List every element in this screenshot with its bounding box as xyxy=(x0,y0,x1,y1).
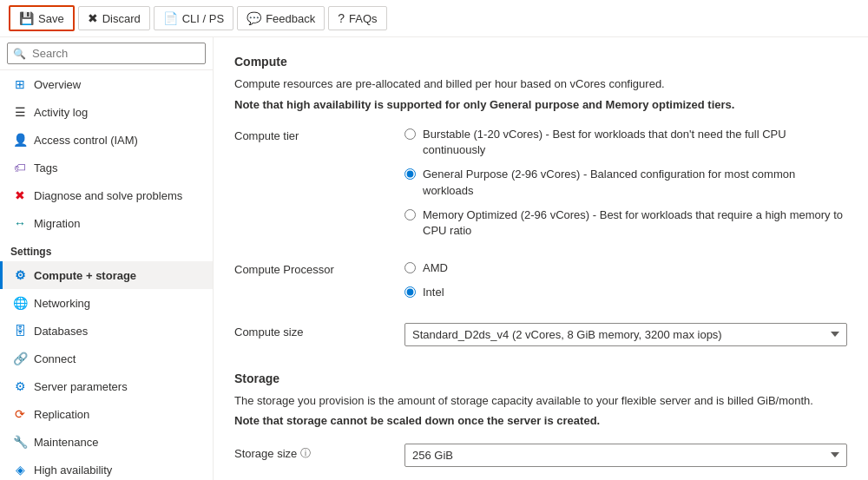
processor-radio-group: AMD Intel xyxy=(404,260,847,300)
compute-desc2: Note that high availability is supported… xyxy=(234,96,847,114)
compute-size-select[interactable]: Standard_D2ds_v4 (2 vCores, 8 GiB memory… xyxy=(404,323,847,346)
storage-size-info-icon[interactable]: ⓘ xyxy=(300,446,311,461)
storage-size-label: Storage size ⓘ xyxy=(234,444,391,461)
high-availability-icon: ◈ xyxy=(13,463,27,477)
cli-ps-label: CLI / PS xyxy=(182,12,224,25)
save-icon: 💾 xyxy=(19,11,34,25)
tier-burstable-label: Burstable (1-20 vCores) - Best for workl… xyxy=(423,127,847,158)
compute-processor-row: Compute Processor AMD Intel xyxy=(234,250,847,312)
main-layout: 🔍 ⊞ Overview ☰ Activity log 👤 Access con… xyxy=(0,37,868,480)
storage-desc1: The storage you provision is the amount … xyxy=(234,392,847,410)
sidebar-item-label: Compute + storage xyxy=(34,269,136,282)
compute-size-control: Standard_D2ds_v4 (2 vCores, 8 GiB memory… xyxy=(404,323,847,346)
tier-burstable-option: Burstable (1-20 vCores) - Best for workl… xyxy=(404,127,847,158)
processor-intel-radio[interactable] xyxy=(404,286,416,298)
sidebar-item-server-parameters[interactable]: ⚙ Server parameters xyxy=(0,372,213,400)
sidebar-item-high-availability[interactable]: ◈ High availability xyxy=(0,456,213,480)
processor-intel-option: Intel xyxy=(404,285,847,300)
processor-amd-label: AMD xyxy=(423,260,448,276)
storage-section: Storage The storage you provision is the… xyxy=(234,372,847,481)
sidebar-item-maintenance[interactable]: 🔧 Maintenance xyxy=(0,428,213,456)
iam-icon: 👤 xyxy=(13,133,27,147)
sidebar-item-diagnose[interactable]: ✖ Diagnose and solve problems xyxy=(0,181,213,209)
sidebar-item-tags[interactable]: 🏷 Tags xyxy=(0,154,213,181)
sidebar-item-connect[interactable]: 🔗 Connect xyxy=(0,345,213,372)
sidebar-item-replication[interactable]: ⟳ Replication xyxy=(0,400,213,428)
sidebar-item-overview[interactable]: ⊞ Overview xyxy=(0,70,213,98)
content-area: Compute Compute resources are pre-alloca… xyxy=(214,37,868,480)
sidebar-item-label: Overview xyxy=(34,78,81,91)
feedback-icon: 💬 xyxy=(247,11,261,25)
sidebar-item-compute-storage[interactable]: ⚙ Compute + storage xyxy=(0,261,213,289)
tier-memory-radio[interactable] xyxy=(404,209,416,220)
sidebar-item-label: Server parameters xyxy=(34,380,128,393)
tier-general-label: General Purpose (2-96 vCores) - Balanced… xyxy=(423,167,847,198)
server-params-icon: ⚙ xyxy=(13,379,27,393)
feedback-label: Feedback xyxy=(266,12,315,25)
discard-button[interactable]: ✖ Discard xyxy=(78,6,150,30)
faqs-icon: ? xyxy=(338,11,345,25)
tier-general-radio[interactable] xyxy=(404,168,416,180)
compute-tier-radio-group: Burstable (1-20 vCores) - Best for workl… xyxy=(404,127,847,239)
search-icon: 🔍 xyxy=(13,48,26,60)
sidebar: 🔍 ⊞ Overview ☰ Activity log 👤 Access con… xyxy=(0,37,214,480)
compute-section-title: Compute xyxy=(234,55,847,69)
storage-desc2: Note that storage cannot be scaled down … xyxy=(234,412,847,430)
tier-general-option: General Purpose (2-96 vCores) - Balanced… xyxy=(404,167,847,198)
migration-icon: ↔ xyxy=(13,216,27,230)
sidebar-item-networking[interactable]: 🌐 Networking xyxy=(0,289,213,317)
replication-icon: ⟳ xyxy=(13,407,27,421)
compute-tier-control: Burstable (1-20 vCores) - Best for workl… xyxy=(404,127,847,239)
activity-log-icon: ☰ xyxy=(13,105,27,119)
sidebar-item-label: Networking xyxy=(34,297,90,310)
compute-tier-label: Compute tier xyxy=(234,127,391,142)
tier-memory-label: Memory Optimized (2-96 vCores) - Best fo… xyxy=(423,207,847,239)
cli-icon: 📄 xyxy=(163,11,178,25)
connect-icon: 🔗 xyxy=(13,352,27,365)
compute-desc1: Compute resources are pre-allocated and … xyxy=(234,76,847,93)
faqs-label: FAQs xyxy=(349,12,378,25)
save-label: Save xyxy=(38,12,64,25)
sidebar-item-migration[interactable]: ↔ Migration xyxy=(0,209,213,237)
sidebar-item-label: Databases xyxy=(34,325,88,338)
sidebar-item-label: Access control (IAM) xyxy=(34,134,138,147)
sidebar-item-label: Activity log xyxy=(34,106,88,119)
networking-icon: 🌐 xyxy=(13,296,27,310)
sidebar-item-label: Diagnose and solve problems xyxy=(34,189,182,202)
databases-icon: 🗄 xyxy=(13,324,27,338)
sidebar-item-label: Migration xyxy=(34,217,80,230)
feedback-button[interactable]: 💬 Feedback xyxy=(237,6,325,30)
settings-section-label: Settings xyxy=(0,237,213,261)
storage-size-control: 256 GiB xyxy=(404,444,847,467)
compute-size-label: Compute size xyxy=(234,323,391,339)
processor-intel-label: Intel xyxy=(423,285,444,300)
sidebar-item-activity-log[interactable]: ☰ Activity log xyxy=(0,98,213,126)
compute-tier-row: Compute tier Burstable (1-20 vCores) - B… xyxy=(234,116,847,250)
storage-section-title: Storage xyxy=(234,372,847,385)
tier-memory-option: Memory Optimized (2-96 vCores) - Best fo… xyxy=(404,207,847,239)
sidebar-item-label: Maintenance xyxy=(34,436,98,449)
sidebar-item-databases[interactable]: 🗄 Databases xyxy=(0,317,213,345)
sidebar-item-access-control[interactable]: 👤 Access control (IAM) xyxy=(0,126,213,154)
compute-processor-control: AMD Intel xyxy=(404,260,847,300)
sidebar-item-label: Connect xyxy=(34,352,76,365)
search-input[interactable] xyxy=(7,43,206,64)
maintenance-icon: 🔧 xyxy=(13,435,27,449)
faqs-button[interactable]: ? FAQs xyxy=(328,6,386,30)
save-button[interactable]: 💾 Save xyxy=(9,5,75,31)
processor-amd-radio[interactable] xyxy=(404,262,416,273)
sidebar-item-label: High availability xyxy=(34,464,112,477)
overview-icon: ⊞ xyxy=(13,77,27,91)
processor-amd-option: AMD xyxy=(404,260,847,276)
compute-storage-icon: ⚙ xyxy=(13,268,27,282)
cli-ps-button[interactable]: 📄 CLI / PS xyxy=(154,6,233,30)
storage-size-select[interactable]: 256 GiB xyxy=(404,444,847,467)
tier-burstable-radio[interactable] xyxy=(404,128,416,140)
sidebar-item-label: Tags xyxy=(34,161,57,174)
sidebar-search-container: 🔍 xyxy=(0,37,213,70)
diagnose-icon: ✖ xyxy=(13,188,27,202)
discard-label: Discard xyxy=(102,12,141,25)
compute-size-row: Compute size Standard_D2ds_v4 (2 vCores,… xyxy=(234,312,847,358)
storage-size-row: Storage size ⓘ 256 GiB xyxy=(234,433,847,478)
toolbar: 💾 Save ✖ Discard 📄 CLI / PS 💬 Feedback ?… xyxy=(0,0,868,37)
